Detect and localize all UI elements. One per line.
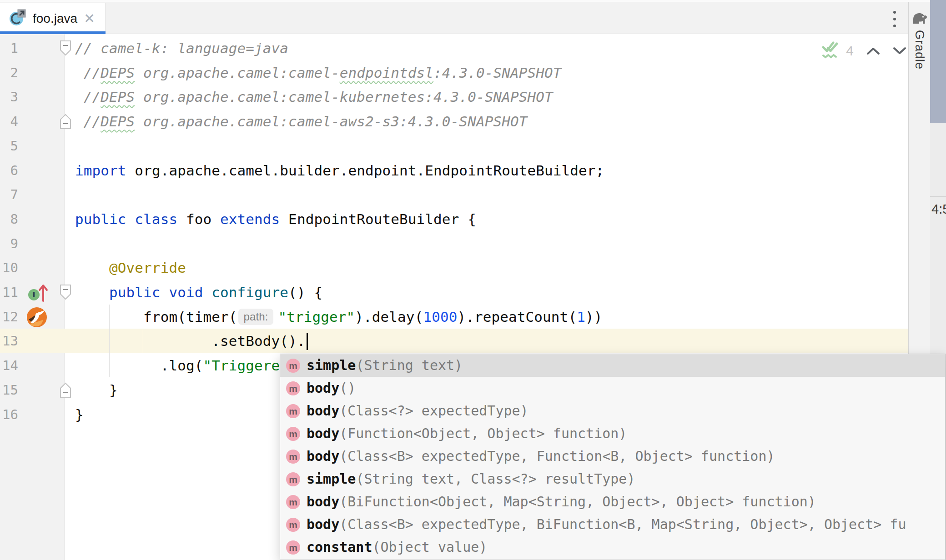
code-text: }: [75, 402, 84, 427]
code-line-9[interactable]: 9: [0, 231, 908, 256]
code-text: //DEPS org.apache.camel:camel-aws2-s3:4.…: [75, 109, 527, 134]
line-number[interactable]: 7: [0, 182, 18, 207]
line-number[interactable]: 3: [0, 85, 18, 109]
completion-method-params: (Class<B> expectedType, Function<B, Obje…: [339, 445, 775, 468]
completion-item[interactable]: msimple(String text): [280, 354, 945, 377]
method-icon: m: [286, 404, 300, 418]
code-text: //DEPS org.apache.camel:camel-kubernetes…: [75, 85, 553, 109]
inspection-count: 4: [846, 43, 854, 59]
code-line-4[interactable]: 4 //DEPS org.apache.camel:camel-aws2-s3:…: [0, 109, 908, 134]
divider: [930, 196, 946, 197]
fold-end-marker[interactable]: [60, 382, 71, 398]
line-number[interactable]: 5: [0, 134, 18, 158]
completion-method-name: body: [307, 377, 339, 400]
code-line-3[interactable]: 3 //DEPS org.apache.camel:camel-kubernet…: [0, 85, 908, 109]
background-window-header: [930, 0, 946, 123]
code-line-11[interactable]: 11I public void configure() {: [0, 280, 908, 305]
completion-method-params: (String text): [356, 354, 463, 377]
code-text: public class foo extends EndpointRouteBu…: [75, 207, 476, 231]
method-icon: m: [286, 540, 300, 555]
code-text: from(timer(path:"trigger").delay(1000).r…: [75, 305, 602, 329]
line-number[interactable]: 10: [0, 255, 18, 280]
code-text: .setBody().: [75, 329, 308, 353]
line-number[interactable]: 15: [0, 378, 18, 402]
overrides-method-icon[interactable]: I: [28, 283, 50, 303]
code-line-7[interactable]: 7: [0, 182, 908, 207]
completion-method-params: (Class<B> expectedType, BiFunction<B, Ma…: [339, 513, 906, 536]
completion-item[interactable]: mbody(): [280, 377, 945, 400]
typos-ok-icon[interactable]: [821, 40, 841, 62]
fold-start-marker[interactable]: [60, 284, 71, 300]
method-icon: m: [286, 359, 300, 373]
code-text: // camel-k: language=java: [75, 36, 288, 60]
code-text: //DEPS org.apache.camel:camel-endpointds…: [75, 60, 562, 85]
code-line-1[interactable]: 1// camel-k: language=java: [0, 36, 908, 60]
completion-method-name: body: [307, 400, 339, 422]
completion-item[interactable]: mconstant(Object value): [280, 536, 945, 559]
line-number[interactable]: 1: [0, 36, 18, 60]
completion-item[interactable]: mbody(Class<?> expectedType): [280, 400, 945, 422]
completion-method-name: body: [307, 445, 339, 468]
line-number[interactable]: 9: [0, 231, 18, 256]
code-line-6[interactable]: 6import org.apache.camel.builder.endpoin…: [0, 158, 908, 183]
completion-method-name: body: [307, 513, 339, 536]
next-problem-button[interactable]: [893, 47, 906, 55]
camel-route-icon[interactable]: [26, 307, 47, 328]
completion-method-params: (Class<?> expectedType): [339, 400, 528, 422]
window-top-edge: [0, 0, 930, 2]
code-line-10[interactable]: 10 @Override: [0, 255, 908, 280]
completion-method-name: body: [307, 422, 339, 445]
code-line-8[interactable]: 8public class foo extends EndpointRouteB…: [0, 207, 908, 231]
completion-method-params: (String text, Class<?> resultType): [356, 468, 635, 490]
completion-item[interactable]: mbody(BiFunction<Object, Map<String, Obj…: [280, 490, 945, 513]
completion-method-params: (): [339, 377, 356, 400]
previous-problem-button[interactable]: [866, 47, 880, 55]
code-text: @Override: [75, 255, 186, 280]
method-icon: m: [286, 518, 300, 532]
completion-method-name: constant: [307, 536, 372, 559]
completion-method-params: (Function<Object, Object> function): [339, 422, 627, 445]
code-text: import org.apache.camel.builder.endpoint…: [75, 158, 604, 183]
code-line-5[interactable]: 5: [0, 134, 908, 158]
line-number[interactable]: 12: [0, 305, 18, 329]
line-number[interactable]: 8: [0, 207, 18, 231]
completion-method-name: simple: [307, 468, 356, 490]
completion-method-name: simple: [307, 354, 356, 377]
ide-window: foo.java ✕ 1// camel-k: language=java2 /…: [0, 0, 946, 560]
code-line-12[interactable]: 12 from(timer(path:"trigger").delay(1000…: [0, 305, 908, 329]
method-icon: m: [286, 427, 300, 441]
line-number[interactable]: 4: [0, 109, 18, 134]
line-number[interactable]: 2: [0, 60, 18, 85]
code-line-13[interactable]: 13 .setBody().: [0, 329, 908, 353]
line-number[interactable]: 14: [0, 353, 18, 378]
completion-item[interactable]: msimple(String text, Class<?> resultType…: [280, 468, 945, 490]
gradle-elephant-icon: [911, 9, 928, 28]
completion-item[interactable]: mbody(Class<B> expectedType, Function<B,…: [280, 445, 945, 468]
fold-start-marker[interactable]: [60, 40, 71, 56]
fold-end-marker[interactable]: [60, 113, 71, 130]
completion-method-params: (Object value): [372, 536, 488, 559]
inlay-hint: path:: [238, 309, 274, 325]
gradle-label: Gradle: [912, 30, 926, 70]
background-window-text: 4:5: [931, 202, 946, 217]
line-number[interactable]: 6: [0, 158, 18, 183]
code-text: .log("Triggere: [75, 353, 280, 378]
code-text: public void configure() {: [75, 280, 322, 305]
completion-method-params: (BiFunction<Object, Map<String, Object>,…: [339, 490, 816, 513]
method-icon: m: [286, 450, 300, 464]
method-icon: m: [286, 472, 300, 486]
inspections-widget: 4: [821, 41, 906, 61]
code-text: }: [75, 378, 118, 402]
text-cursor: [307, 333, 308, 350]
completion-popup: msimple(String text)mbody()mbody(Class<?…: [280, 354, 946, 560]
line-number[interactable]: 16: [0, 402, 18, 427]
line-number[interactable]: 13: [0, 329, 18, 353]
completion-item[interactable]: mbody(Class<B> expectedType, BiFunction<…: [280, 513, 945, 536]
code-line-2[interactable]: 2 //DEPS org.apache.camel:camel-endpoint…: [0, 60, 908, 85]
method-icon: m: [286, 495, 300, 509]
completion-method-name: body: [307, 490, 339, 513]
completion-item[interactable]: mbody(Function<Object, Object> function): [280, 422, 945, 445]
line-number[interactable]: 11: [0, 280, 18, 305]
method-icon: m: [286, 381, 300, 395]
